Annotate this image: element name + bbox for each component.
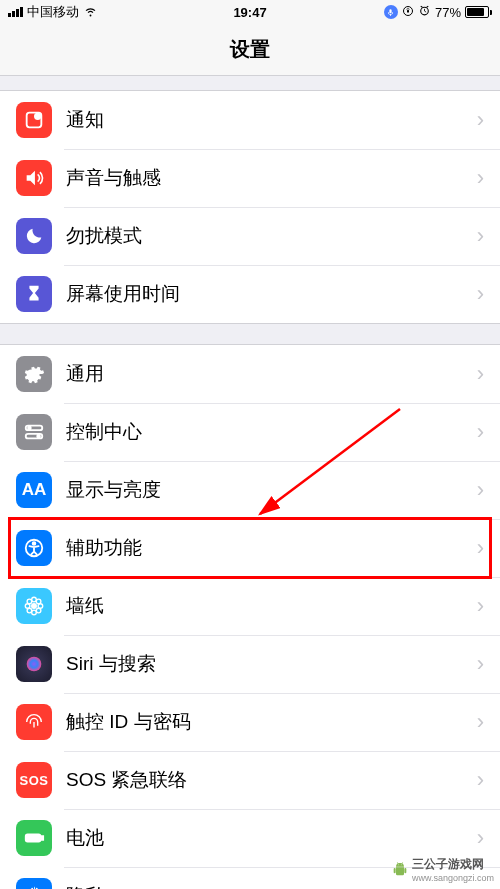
chevron-right-icon: › [477, 535, 484, 561]
watermark-text: 三公子游戏网 [412, 856, 494, 873]
watermark: 三公子游戏网 www.sangongzi.com [392, 856, 494, 883]
chevron-right-icon: › [477, 477, 484, 503]
speaker-icon [16, 160, 52, 196]
chevron-right-icon: › [477, 223, 484, 249]
siri-icon [16, 646, 52, 682]
notifications-icon [16, 102, 52, 138]
chevron-right-icon: › [477, 825, 484, 851]
android-icon [392, 862, 408, 878]
svg-point-13 [32, 610, 37, 615]
switches-icon [16, 414, 52, 450]
svg-point-12 [32, 597, 37, 602]
svg-rect-21 [26, 834, 41, 841]
svg-point-8 [37, 435, 40, 438]
row-accessibility[interactable]: 辅助功能› [0, 519, 500, 577]
row-label: SOS 紧急联络 [66, 767, 477, 793]
page-title: 设置 [230, 36, 270, 63]
svg-point-20 [27, 657, 42, 672]
row-label: 勿扰模式 [66, 223, 477, 249]
svg-point-14 [25, 604, 30, 609]
chevron-right-icon: › [477, 361, 484, 387]
chevron-right-icon: › [477, 593, 484, 619]
battery-icon [465, 6, 492, 18]
svg-point-17 [36, 599, 41, 604]
row-label: 隐私 [66, 883, 477, 889]
row-label: 通用 [66, 361, 477, 387]
battery-icon [16, 820, 52, 856]
moon-icon [16, 218, 52, 254]
hourglass-icon [16, 276, 52, 312]
aa-icon: AA [16, 472, 52, 508]
battery-percent: 77% [435, 5, 461, 20]
row-label: 屏幕使用时间 [66, 281, 477, 307]
svg-point-10 [33, 542, 36, 545]
svg-rect-1 [407, 10, 409, 13]
svg-point-11 [32, 604, 37, 609]
row-dnd[interactable]: 勿扰模式› [0, 207, 500, 265]
row-notifications[interactable]: 通知› [0, 91, 500, 149]
status-bar: 中国移动 19:47 77% [0, 0, 500, 24]
chevron-right-icon: › [477, 281, 484, 307]
row-label: 显示与亮度 [66, 477, 477, 503]
row-label: 辅助功能 [66, 535, 477, 561]
wifi-icon [83, 3, 98, 21]
status-right: 77% [384, 4, 492, 20]
svg-point-19 [36, 608, 41, 613]
flower-icon [16, 588, 52, 624]
status-left: 中国移动 [8, 3, 98, 21]
row-general[interactable]: 通用› [0, 345, 500, 403]
watermark-url: www.sangongzi.com [412, 873, 494, 883]
chevron-right-icon: › [477, 419, 484, 445]
row-label: Siri 与搜索 [66, 651, 477, 677]
chevron-right-icon: › [477, 107, 484, 133]
signal-bars-icon [8, 7, 23, 17]
status-time: 19:47 [233, 5, 266, 20]
chevron-right-icon: › [477, 165, 484, 191]
row-wallpaper[interactable]: 墙纸› [0, 577, 500, 635]
fingerprint-icon [16, 704, 52, 740]
svg-point-16 [27, 599, 32, 604]
row-control-center[interactable]: 控制中心› [0, 403, 500, 461]
svg-rect-22 [41, 836, 43, 840]
svg-point-15 [38, 604, 43, 609]
lock-icon [402, 5, 414, 20]
row-label: 控制中心 [66, 419, 477, 445]
accessibility-icon [16, 530, 52, 566]
voice-input-icon [384, 5, 398, 19]
row-screentime[interactable]: 屏幕使用时间› [0, 265, 500, 323]
row-label: 电池 [66, 825, 477, 851]
row-display[interactable]: AA显示与亮度› [0, 461, 500, 519]
svg-point-18 [27, 608, 32, 613]
svg-point-4 [35, 114, 40, 120]
sos-icon: SOS [16, 762, 52, 798]
carrier-label: 中国移动 [27, 3, 79, 21]
nav-bar: 设置 [0, 24, 500, 76]
chevron-right-icon: › [477, 883, 484, 889]
row-label: 通知 [66, 107, 477, 133]
row-label: 墙纸 [66, 593, 477, 619]
chevron-right-icon: › [477, 651, 484, 677]
row-sounds[interactable]: 声音与触感› [0, 149, 500, 207]
chevron-right-icon: › [477, 709, 484, 735]
hand-icon [16, 878, 52, 889]
gear-icon [16, 356, 52, 392]
row-label: 声音与触感 [66, 165, 477, 191]
chevron-right-icon: › [477, 767, 484, 793]
row-sos[interactable]: SOSSOS 紧急联络› [0, 751, 500, 809]
row-label: 触控 ID 与密码 [66, 709, 477, 735]
row-touchid[interactable]: 触控 ID 与密码› [0, 693, 500, 751]
svg-point-6 [28, 427, 31, 430]
alarm-icon [418, 4, 431, 20]
row-siri[interactable]: Siri 与搜索› [0, 635, 500, 693]
